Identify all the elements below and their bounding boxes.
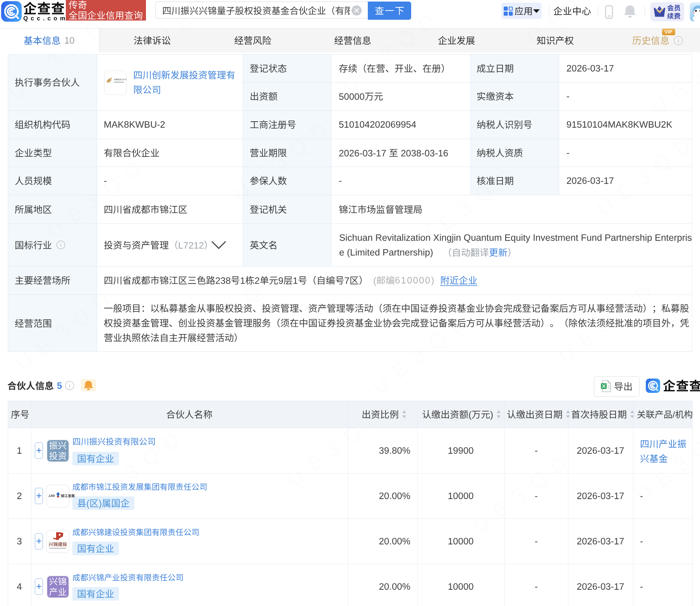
svg-text:UE3QD: UE3QD [468,444,579,538]
